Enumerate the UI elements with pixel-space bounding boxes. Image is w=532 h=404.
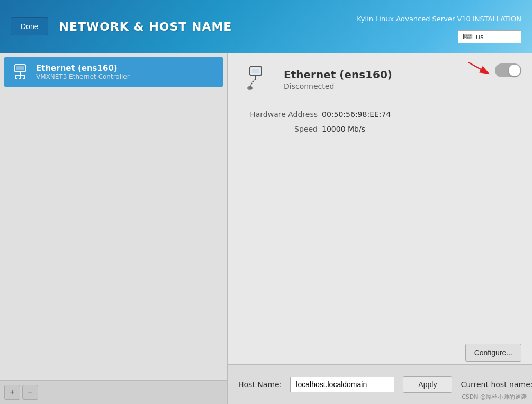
keyboard-icon: ⌨ — [463, 33, 473, 41]
add-network-button[interactable]: + — [4, 385, 20, 400]
network-item-name: Ethernet (ens160) — [36, 63, 130, 73]
svg-rect-8 — [19, 78, 21, 79]
hostname-input[interactable] — [290, 377, 394, 392]
hardware-address-label: Hardware Address — [244, 110, 318, 118]
speed-row: Speed 10000 Mb/s — [244, 125, 516, 133]
list-controls: + − — [0, 380, 227, 404]
remove-network-button[interactable]: − — [22, 385, 38, 400]
network-list-item[interactable]: Ethernet (ens160) VMXNET3 Ethernet Contr… — [4, 57, 223, 87]
configure-button[interactable]: Configure... — [465, 344, 521, 362]
left-panel: Ethernet (ens160) VMXNET3 Ethernet Contr… — [0, 53, 228, 404]
apply-button[interactable]: Apply — [403, 376, 452, 393]
hostname-label: Host Name: — [238, 380, 282, 389]
svg-rect-7 — [15, 78, 17, 79]
device-name: Ethernet (ens160) — [284, 68, 392, 81]
speed-label: Speed — [244, 125, 318, 133]
svg-rect-13 — [252, 69, 259, 73]
connection-toggle[interactable] — [495, 63, 521, 77]
speed-value: 10000 Mb/s — [322, 125, 365, 133]
header-subtitle: Kylin Linux Advanced Server V10 INSTALLA… — [357, 15, 521, 23]
main-content: Ethernet (ens160) VMXNET3 Ethernet Contr… — [0, 53, 532, 404]
keyboard-value: us — [476, 33, 484, 41]
right-panel: Ethernet (ens160) Disconnected Hardware … — [228, 53, 532, 404]
device-status: Disconnected — [284, 82, 392, 90]
done-button[interactable]: Done — [11, 17, 48, 35]
watermark: CSDN @屌丝小帅的逆袭 — [462, 393, 527, 401]
device-icon-large — [244, 63, 275, 95]
header: Done NETWORK & HOST NAME Kylin Linux Adv… — [0, 0, 532, 53]
hardware-address-value: 00:50:56:98:EE:74 — [322, 110, 391, 118]
svg-rect-9 — [23, 78, 25, 79]
toggle-knob — [509, 65, 520, 76]
network-item-info: Ethernet (ens160) VMXNET3 Ethernet Contr… — [36, 63, 130, 80]
hardware-address-row: Hardware Address 00:50:56:98:EE:74 — [244, 110, 516, 118]
device-details: Hardware Address 00:50:56:98:EE:74 Speed… — [244, 110, 516, 133]
keyboard-input[interactable]: ⌨ us — [458, 30, 521, 43]
network-item-desc: VMXNET3 Ethernet Controller — [36, 73, 130, 80]
device-info: Ethernet (ens160) Disconnected — [284, 68, 392, 90]
page-title: NETWORK & HOST NAME — [59, 20, 232, 33]
device-header: Ethernet (ens160) Disconnected — [244, 63, 516, 95]
network-list: Ethernet (ens160) VMXNET3 Ethernet Contr… — [0, 53, 227, 380]
ethernet-icon — [11, 62, 30, 81]
svg-rect-1 — [16, 66, 24, 70]
current-hostname-label: Current host name: — [461, 380, 532, 389]
